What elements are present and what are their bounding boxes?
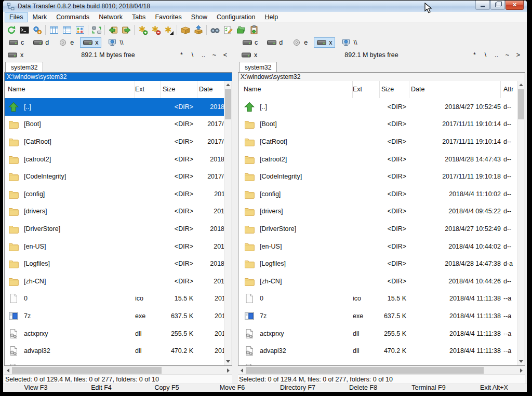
file-row[interactable] [238, 360, 517, 365]
settings-button[interactable] [31, 24, 44, 36]
details-view-button[interactable] [60, 24, 73, 36]
file-row[interactable]: [Boot]<DIR>2017/11/11 19:10:14d-- [5, 116, 224, 133]
history-back-button[interactable]: < [220, 51, 231, 59]
file-row[interactable]: [DriverStore]<DIR>2018/4/27 10:52:49d-- [5, 220, 224, 238]
tab-system32[interactable]: system32 [239, 62, 277, 72]
file-row[interactable]: [Boot]<DIR>2017/11/11 19:10:14d-- [238, 116, 517, 133]
file-row[interactable]: [en-US]<DIR>2018/4/4 10:44:02d-- [5, 238, 224, 255]
root-button[interactable]: \ [480, 51, 491, 59]
scroll-down-button[interactable] [224, 358, 232, 365]
file-row[interactable]: [config]<DIR>2018/4/4 11:10:02d-- [5, 185, 224, 203]
file-row[interactable]: [drivers]<DIR>2018/4/4 09:45:22d-- [238, 203, 517, 221]
file-row[interactable]: [drivers]<DIR>2018/4/4 09:45:22d-- [5, 203, 224, 221]
file-row[interactable]: [catroot2]<DIR>2018/4/28 14:47:43d-- [238, 151, 517, 168]
column-header-date[interactable]: Date [197, 81, 224, 98]
vertical-scroll-thumb[interactable] [518, 89, 524, 119]
drive-selector[interactable]: x [242, 51, 274, 59]
menu-favorites[interactable]: Favorites [150, 12, 186, 22]
column-header-ext[interactable]: Ext [135, 81, 161, 98]
scroll-left-button[interactable] [238, 366, 246, 374]
menu-network[interactable]: Network [94, 12, 127, 22]
fn-move-f6[interactable]: Move F6 [200, 384, 265, 392]
drive-button-d[interactable]: d [30, 37, 52, 48]
column-header-size[interactable]: Size [161, 81, 197, 98]
history-forward-button[interactable] [119, 24, 132, 36]
scroll-right-button[interactable] [224, 366, 232, 374]
file-row[interactable]: [zh-CN]<DIR>2018/4/4 10:44:26d-- [238, 272, 517, 290]
horizontal-scrollbar[interactable] [4, 366, 232, 374]
thumbnails-view-button[interactable] [73, 24, 86, 36]
minimize-button[interactable] [475, 1, 490, 10]
file-row[interactable]: [zh-CN]<DIR>2018/4/4 10:44:26d-- [5, 272, 224, 290]
file-row[interactable]: [CodeIntegrity]<DIR>2017/11/11 19:10:18d… [238, 168, 517, 185]
fn-delete-f8[interactable]: Delete F8 [330, 384, 396, 392]
menu-mark[interactable]: Mark [28, 12, 51, 22]
favorite-add-button[interactable] [136, 24, 149, 36]
horizontal-scroll-thumb[interactable] [246, 367, 484, 374]
file-row[interactable]: [CatRoot]<DIR>2017/11/11 19:10:14d-- [238, 133, 517, 151]
drive-selector[interactable]: x [8, 51, 40, 59]
unpack-button[interactable] [192, 24, 205, 36]
paste-button[interactable] [247, 24, 260, 36]
history-forward-button[interactable]: > [513, 51, 524, 59]
file-row[interactable]: actxprxydll255.5 K2018/4/4 11:11:38--a [238, 325, 517, 343]
drive-button-e[interactable]: e [55, 37, 77, 48]
parent-dir-button[interactable]: .. [198, 51, 209, 59]
path-bar[interactable]: X:\windows\system32 [5, 73, 232, 81]
refresh-button[interactable] [5, 24, 18, 36]
drive-button-x[interactable]: x [314, 37, 335, 48]
menu-files[interactable]: Files [5, 12, 28, 22]
file-row[interactable]: [config]<DIR>2018/4/4 11:10:02d-- [238, 185, 517, 203]
terminal-button[interactable] [18, 24, 31, 36]
drive-button-x[interactable]: x [80, 37, 101, 48]
file-row[interactable]: [..]<DIR>2018/4/27 10:52:45d-- [238, 98, 517, 116]
file-row[interactable]: 7zexe637.5 K2018/4/4 11:11:38--a [238, 307, 517, 325]
column-header-size[interactable]: Size [380, 81, 409, 98]
title-bar[interactable]: Data Transfer 0.8.2 beta build 8010; 201… [3, 1, 527, 12]
drive-button-network[interactable]: \\ [338, 37, 360, 48]
scroll-left-button[interactable] [4, 366, 12, 374]
file-row[interactable]: [Logfiles]<DIR>2018/4/28 14:47:38d-a [5, 255, 224, 272]
favorite-remove-button[interactable] [149, 24, 162, 36]
fn-exit-alt-x[interactable]: Exit Alt+X [461, 384, 527, 392]
menu-show[interactable]: Show [187, 12, 212, 22]
scroll-up-button[interactable] [517, 81, 525, 89]
horizontal-scrollbar[interactable] [238, 366, 525, 374]
connect-button[interactable] [90, 24, 103, 36]
parent-dir-button[interactable]: .. [491, 51, 502, 59]
sync-dirs-button[interactable] [234, 24, 247, 36]
vertical-scrollbar[interactable] [224, 81, 232, 365]
drive-button-c[interactable]: c [240, 37, 261, 48]
file-row[interactable]: [..]<DIR>2018/4/27 10:52:45d-- [5, 98, 224, 116]
menu-help[interactable]: Help [260, 12, 283, 22]
search-button[interactable] [208, 24, 221, 36]
fn-copy-f5[interactable]: Copy F5 [134, 384, 200, 392]
fn-edit-f4[interactable]: Edit F4 [69, 384, 134, 392]
fn-view-f3[interactable]: View F3 [3, 384, 69, 392]
file-row[interactable]: advapi32dll470.2 K2018/4/4 11:11:38--a [238, 342, 517, 360]
path-bar[interactable]: X:\windows\system32 [238, 73, 525, 81]
home-button[interactable]: ~ [502, 51, 513, 59]
file-row[interactable]: [Logfiles]<DIR>2018/4/28 14:47:38d-a [238, 255, 517, 272]
scroll-down-button[interactable] [517, 358, 525, 365]
close-button[interactable]: ✕ [506, 1, 524, 10]
file-row[interactable]: [CodeIntegrity]<DIR>2017/11/11 19:10:18d… [5, 168, 224, 185]
history-back-button[interactable] [107, 24, 119, 36]
pack-button[interactable] [179, 24, 192, 36]
scroll-right-button[interactable] [517, 366, 525, 374]
menu-configuration[interactable]: Configuration [212, 12, 260, 22]
scroll-up-button[interactable] [224, 81, 232, 89]
file-row[interactable] [5, 360, 224, 365]
vertical-scroll-thumb[interactable] [225, 89, 231, 119]
favorite-menu-button[interactable] [162, 24, 175, 36]
column-header-ext[interactable]: Ext [353, 81, 380, 98]
select-all-button[interactable]: * [469, 51, 480, 59]
drive-button-e[interactable]: e [289, 37, 311, 48]
file-row[interactable]: 0ico15.5 K2018/4/4 11:11:38--a [238, 290, 517, 308]
vertical-scrollbar[interactable] [517, 81, 525, 365]
restore-button[interactable] [490, 1, 505, 10]
file-row[interactable]: 7zexe637.5 K2018/4/4 11:11:38--a [5, 307, 224, 325]
select-all-button[interactable]: * [176, 51, 187, 59]
file-row[interactable]: [DriverStore]<DIR>2018/4/27 10:52:49d-- [238, 220, 517, 238]
column-header-name[interactable]: Name [5, 81, 135, 98]
